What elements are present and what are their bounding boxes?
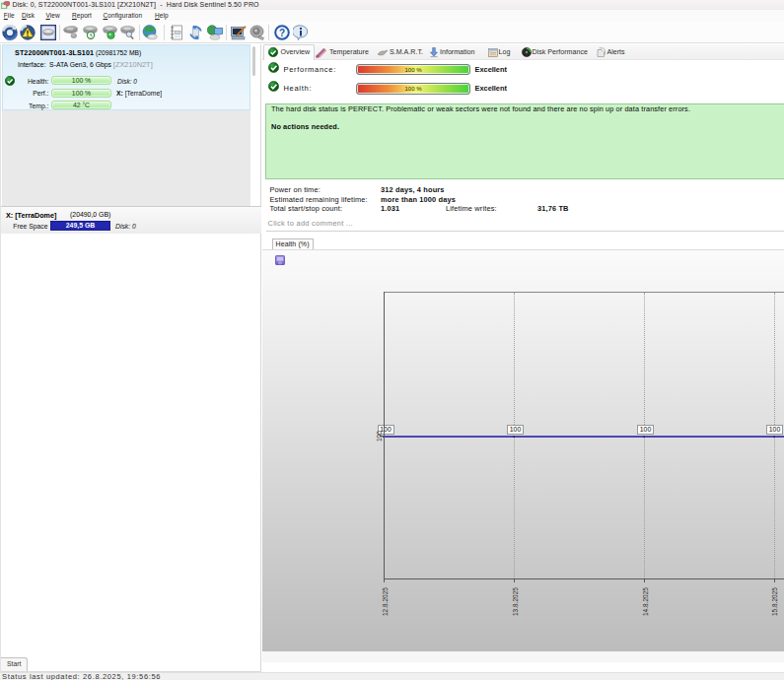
svg-text:?: ?: [279, 28, 285, 38]
